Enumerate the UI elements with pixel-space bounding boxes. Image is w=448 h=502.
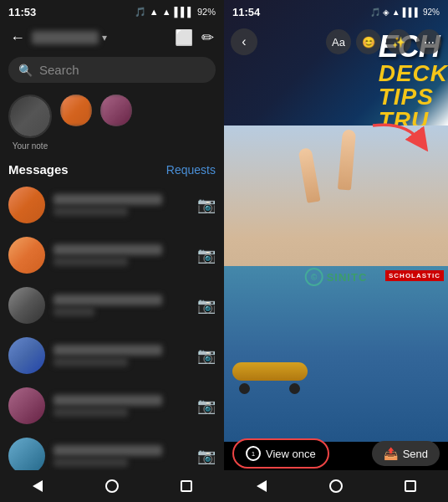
msg-preview	[53, 207, 128, 216]
status-icons-left: 🎵 ▲ ▲ ▌▌▌ 92%	[135, 7, 216, 18]
view-once-button[interactable]: 1 View once	[232, 438, 329, 469]
back-nav-button[interactable]	[21, 474, 54, 499]
msg-preview	[53, 357, 128, 366]
right-header: ‹ Aa 😊 ✨ ⋯	[224, 23, 448, 60]
send-icon: 📤	[384, 447, 398, 460]
effects-icon: ✨	[392, 36, 405, 49]
msg-preview	[53, 257, 128, 266]
search-bar[interactable]: 🔍 Search	[8, 57, 216, 83]
back-button-right[interactable]: ‹	[231, 28, 257, 55]
note-avatar-1	[60, 95, 92, 126]
recents-nav-right[interactable]	[394, 474, 427, 499]
sticker-icon: 😊	[362, 36, 375, 49]
msg-preview	[53, 407, 128, 417]
sticker-button[interactable]: 😊	[356, 29, 381, 54]
list-item[interactable]: 📷	[0, 330, 224, 381]
send-button[interactable]: 📤 Send	[372, 441, 440, 466]
home-circle-icon-r	[329, 479, 343, 493]
more-options-button[interactable]: ⋯	[416, 29, 441, 54]
home-nav-right[interactable]	[319, 474, 353, 499]
camera-icon: 📷	[197, 447, 216, 465]
battery-icon: 92%	[197, 7, 216, 17]
note-item-2[interactable]	[100, 95, 132, 126]
msg-info	[53, 395, 189, 417]
camera-icon: 📷	[197, 296, 216, 315]
signal-icon: ▲	[150, 7, 159, 17]
list-item[interactable]: 📷	[0, 431, 224, 470]
view-once-icon: 1	[246, 446, 261, 461]
finger-2	[338, 130, 356, 191]
avatar-img-2	[100, 95, 132, 126]
msg-preview	[53, 458, 128, 467]
avatar	[8, 187, 45, 223]
back-nav-right[interactable]	[245, 474, 278, 499]
watermark-icon: ©	[305, 268, 323, 286]
watermark-text: SINITC	[327, 271, 368, 284]
status-icons-right: 🎵 ◈ ▲ ▌▌▌ 92%	[370, 8, 440, 17]
chevron-down-icon: ▾	[102, 32, 107, 44]
msg-info	[53, 445, 189, 467]
header-title-left: ▾	[32, 31, 168, 44]
camera-icon: 📷	[197, 397, 216, 415]
wheel-1	[239, 383, 250, 394]
home-nav-button[interactable]	[95, 474, 129, 499]
wheel-2	[289, 383, 300, 394]
list-item[interactable]: 📷	[0, 381, 224, 431]
media-icon-r: 🎵	[370, 8, 380, 17]
video-call-icon[interactable]: ⬜	[175, 28, 193, 47]
messages-header: Messages Requests	[0, 157, 224, 180]
battery-icon-r: 92%	[423, 8, 440, 17]
camera-icon: 📷	[197, 246, 216, 264]
view-once-label: View once	[266, 448, 316, 460]
status-bar-left: 11:53 🎵 ▲ ▲ ▌▌▌ 92%	[0, 0, 224, 23]
book-content: ECH DECK TIPS TRU Get re SCHOLASTIC	[224, 0, 448, 502]
note-avatar-2	[100, 95, 132, 126]
msg-name	[53, 244, 162, 255]
recents-nav-button[interactable]	[170, 474, 203, 499]
left-panel: 11:53 🎵 ▲ ▲ ▌▌▌ 92% ← ▾ ⬜ ✏ 🔍 Search	[0, 0, 224, 502]
messages-label: Messages	[8, 162, 69, 177]
note-item-1[interactable]	[60, 95, 92, 126]
text-tool-button[interactable]: Aa	[326, 29, 351, 54]
right-nav-bar	[224, 470, 448, 502]
time-right: 11:54	[232, 6, 260, 18]
your-note-item[interactable]: Your note	[8, 95, 52, 151]
avatar	[8, 337, 45, 374]
search-input[interactable]: Search	[39, 63, 79, 77]
finger-1	[298, 147, 320, 203]
note-bubble-inner	[10, 96, 50, 136]
list-item[interactable]: 📷	[0, 280, 224, 330]
note-label: Your note	[13, 141, 48, 151]
contact-name	[32, 31, 99, 44]
list-item[interactable]: 📷	[0, 180, 224, 230]
watermark: © SINITC	[305, 268, 368, 286]
camera-icon: 📷	[197, 196, 216, 214]
effects-button[interactable]: ✨	[386, 29, 411, 54]
back-button-left[interactable]: ←	[10, 29, 25, 47]
book-bottom: SCHOLASTIC	[224, 266, 448, 442]
recents-square-icon	[181, 480, 192, 492]
header-left: ← ▾ ⬜ ✏	[0, 23, 224, 52]
msg-name	[53, 445, 162, 456]
camera-icon: 📷	[197, 346, 216, 365]
status-bar-right: 11:54 🎵 ◈ ▲ ▌▌▌ 92%	[224, 0, 448, 23]
signal-icon-r: ◈	[383, 8, 389, 17]
view-once-count: 1	[252, 450, 255, 458]
edit-icon[interactable]: ✏	[201, 28, 214, 47]
more-icon: ⋯	[424, 36, 435, 49]
scholastic-logo: SCHOLASTIC	[385, 270, 444, 281]
msg-preview	[53, 307, 94, 316]
bottom-action-bar: 1 View once 📤 Send	[224, 438, 448, 469]
wifi-icon-r: ▲	[392, 8, 400, 17]
signal-bars-icon: ▌▌▌	[175, 7, 194, 17]
msg-info	[53, 295, 189, 316]
send-label: Send	[403, 448, 428, 460]
search-icon: 🔍	[18, 64, 33, 77]
msg-name	[53, 295, 162, 305]
avatar	[8, 287, 45, 324]
requests-button[interactable]: Requests	[166, 163, 216, 177]
right-panel: ECH DECK TIPS TRU Get re SCHOLASTIC	[224, 0, 448, 502]
msg-info	[53, 345, 189, 366]
back-triangle-icon	[33, 480, 43, 492]
list-item[interactable]: 📷	[0, 230, 224, 280]
